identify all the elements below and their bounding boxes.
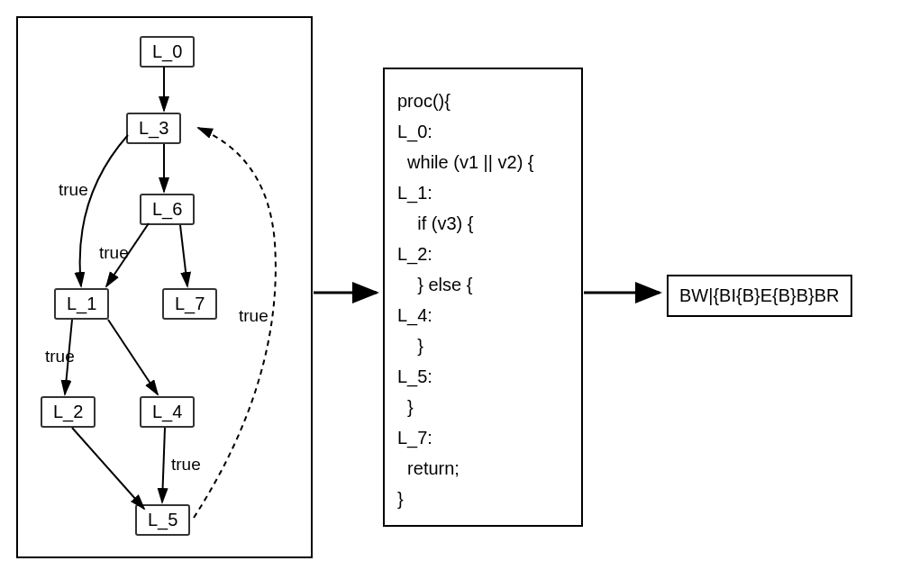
node-l5: L_5	[135, 504, 190, 536]
code-line: while (v1 || v2) {	[397, 147, 569, 177]
node-l2-label: L_2	[53, 402, 83, 421]
svg-line-5	[108, 320, 158, 394]
code-line: } else {	[397, 269, 569, 300]
node-l7: L_7	[162, 288, 217, 320]
edge-label-l1-l2: true	[45, 347, 75, 366]
output-text: BW|{BI{B}E{B}B}BR	[679, 285, 840, 305]
code-line: L_0:	[397, 116, 569, 147]
code-line: L_1:	[397, 177, 569, 208]
code-line: }	[397, 484, 569, 514]
node-l3-label: L_3	[139, 118, 168, 138]
edge-label-l3-l1: true	[59, 180, 88, 200]
node-l4-label: L_4	[152, 402, 182, 421]
node-l2: L_2	[41, 396, 96, 428]
code-line: L_7:	[397, 422, 569, 453]
cfg-panel: L_0 L_3 L_6 L_1 L_7 L_2 L_4 L_5 true tru…	[16, 16, 313, 558]
svg-line-7	[162, 428, 165, 502]
node-l1: L_1	[54, 288, 109, 320]
node-l4: L_4	[140, 396, 195, 428]
svg-line-6	[72, 428, 144, 509]
node-l3: L_3	[126, 113, 181, 144]
code-line: return;	[397, 453, 569, 484]
node-l6-label: L_6	[152, 199, 182, 219]
code-line: L_2:	[397, 239, 569, 269]
cfg-edges	[18, 18, 311, 556]
node-l0-label: L_0	[152, 41, 182, 61]
output-box: BW|{BI{B}E{B}B}BR	[667, 275, 852, 317]
node-l1-label: L_1	[67, 294, 96, 313]
node-l7-label: L_7	[175, 294, 205, 313]
edge-label-l5-l3: true	[239, 306, 268, 326]
code-panel: proc(){ L_0: while (v1 || v2) { L_1: if …	[383, 68, 583, 527]
code-line: L_5:	[397, 361, 569, 392]
code-line: proc(){	[397, 86, 569, 116]
edge-label-l6-l1: true	[99, 243, 129, 263]
node-l5-label: L_5	[148, 510, 177, 529]
edge-label-l4-l5: true	[171, 455, 201, 475]
node-l6: L_6	[140, 194, 195, 225]
node-l0: L_0	[140, 36, 195, 68]
code-line: if (v3) {	[397, 208, 569, 239]
code-line: }	[397, 392, 569, 422]
code-line: }	[397, 330, 569, 361]
svg-line-2	[180, 225, 187, 286]
code-line: L_4:	[397, 300, 569, 330]
